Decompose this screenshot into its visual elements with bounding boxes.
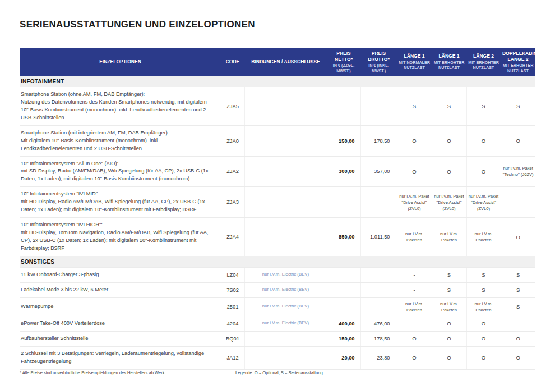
availability-cell: O bbox=[501, 125, 535, 156]
col-label: LÄNGE 1 bbox=[399, 53, 430, 59]
price-brutto-cell: 1.011,50 bbox=[360, 218, 397, 256]
table-row: 10" Infotainmentsystem "All In One" (AIO… bbox=[20, 156, 535, 187]
availability-cell: nur i.V.m. Paket "Drive Assist" (ZVL0) bbox=[432, 187, 466, 218]
availability-cell: O bbox=[397, 156, 432, 187]
col-label: BINDUNGEN / AUSSCHLÜSSE bbox=[246, 59, 325, 65]
availability-cell: nur i.V.m. Paketen bbox=[432, 218, 466, 256]
table-row: 10" Infotainmentsystem "IVI MID": mit HD… bbox=[20, 187, 535, 218]
availability-cell: O bbox=[466, 346, 501, 369]
col-sublabel: MIT NORMALER NUTZLAST bbox=[399, 60, 430, 71]
option-description: Wärmepumpe bbox=[20, 297, 221, 316]
section-header: SONSTIGES bbox=[20, 256, 535, 267]
col-header-code: CODE bbox=[221, 48, 244, 76]
table-row: 2 Schlüssel mit 3 Betätigungen: Verriege… bbox=[20, 346, 535, 369]
option-code: 7S02 bbox=[221, 282, 244, 297]
option-code: LZ04 bbox=[221, 267, 244, 282]
option-description: 2 Schlüssel mit 3 Betätigungen: Verriege… bbox=[20, 346, 221, 369]
option-description: 10" Infotainmentsystem "IVI MID": mit HD… bbox=[20, 187, 221, 218]
price-netto-cell: 300,00 bbox=[327, 156, 360, 187]
availability-cell: S bbox=[466, 267, 501, 282]
bindings-cell: nur i.V.m. Electric (BEV) bbox=[244, 267, 327, 282]
col-header-laenge1-normal: LÄNGE 1 MIT NORMALER NUTZLAST bbox=[397, 48, 432, 76]
col-label: EINZELOPTIONEN bbox=[21, 59, 219, 65]
table-row: Aufbauhersteller SchnittstelleBQ01150,00… bbox=[20, 331, 535, 346]
col-label: PREIS netto* bbox=[329, 50, 359, 62]
option-code: ZJA2 bbox=[221, 156, 244, 187]
availability-cell: S bbox=[466, 282, 501, 297]
availability-cell: S bbox=[432, 267, 466, 282]
price-brutto-cell bbox=[360, 297, 397, 316]
price-footnote: * Alle Preise sind unverbindliche Preise… bbox=[20, 370, 166, 375]
bindings-cell bbox=[244, 346, 327, 369]
option-description: 11 kW Onboard-Charger 3-phasig bbox=[20, 267, 221, 282]
availability-cell: nur i.V.m. Paketen bbox=[466, 297, 501, 316]
table-row: 10" Infotainmentsystem "IVI HIGH": mit H… bbox=[20, 218, 535, 256]
option-description: Aufbauhersteller Schnittstelle bbox=[20, 331, 221, 346]
bindings-cell bbox=[244, 218, 327, 256]
price-brutto-cell bbox=[360, 267, 397, 282]
option-description: 10" Infotainmentsystem "All In One" (AIO… bbox=[20, 156, 221, 187]
option-description: Smartphone Station (ohne AM, FM, DAB Emp… bbox=[20, 87, 221, 125]
availability-cell: S bbox=[501, 297, 535, 316]
table-row: Smartphone Station (mit integriertem AM,… bbox=[20, 125, 535, 156]
availability-cell: O bbox=[501, 218, 535, 256]
price-brutto-cell bbox=[360, 187, 397, 218]
option-code: BQ01 bbox=[221, 331, 244, 346]
section-header: INFOTAINMENT bbox=[20, 76, 535, 87]
col-sublabel: in € (inkl. MwSt.) bbox=[362, 63, 395, 73]
price-netto-cell: 20,00 bbox=[327, 346, 360, 369]
price-brutto-cell: 23,80 bbox=[360, 346, 397, 369]
price-netto-cell bbox=[327, 297, 360, 316]
price-brutto-cell: 178,50 bbox=[360, 331, 397, 346]
availability-cell: O bbox=[466, 316, 501, 331]
availability-cell: O bbox=[397, 125, 432, 156]
col-label: PREIS brutto* bbox=[362, 50, 395, 62]
legend: Legende: O = Optional; S = Serienausstat… bbox=[235, 370, 323, 375]
availability-cell: - bbox=[397, 267, 432, 282]
col-sublabel: in € (zzgl. MwSt.) bbox=[329, 63, 359, 73]
option-description: 10" Infotainmentsystem "IVI HIGH": mit H… bbox=[20, 218, 221, 256]
availability-cell: O bbox=[397, 346, 432, 369]
col-sublabel: MIT ERHÖHTER NUTZLAST bbox=[433, 60, 465, 71]
col-label: DOPPELKABINE LÄNGE 2 bbox=[502, 50, 534, 62]
option-code: 4204 bbox=[221, 316, 244, 331]
section-row: SONSTIGES bbox=[20, 256, 535, 267]
price-brutto-cell: 178,50 bbox=[360, 125, 397, 156]
price-netto-cell: 400,00 bbox=[327, 316, 360, 331]
availability-cell: O bbox=[432, 331, 466, 346]
price-netto-cell bbox=[327, 187, 360, 218]
availability-cell: - bbox=[501, 316, 535, 331]
bindings-cell bbox=[244, 156, 327, 187]
option-code: JA12 bbox=[221, 346, 244, 369]
availability-cell: O bbox=[432, 346, 466, 369]
col-header-doppelkabine: DOPPELKABINE LÄNGE 2 MIT ERHÖHTER NUTZLA… bbox=[501, 48, 535, 76]
price-netto-cell bbox=[327, 267, 360, 282]
col-sublabel: MIT ERHÖHTER NUTZLAST bbox=[502, 63, 534, 73]
availability-cell: nur i.V.m. Paketen bbox=[432, 297, 466, 316]
col-header-preis-netto: PREIS netto* in € (zzgl. MwSt.) bbox=[327, 48, 360, 76]
page-title: SERIENAUSSTATTUNGEN UND EINZELOPTIONEN bbox=[20, 19, 255, 30]
col-header-einzeloptionen: EINZELOPTIONEN bbox=[20, 48, 221, 76]
bindings-cell: nur i.V.m. Electric (BEV) bbox=[244, 316, 327, 331]
option-code: ZJA4 bbox=[221, 218, 244, 256]
option-code: ZJA0 bbox=[221, 125, 244, 156]
bindings-cell bbox=[244, 125, 327, 156]
col-sublabel: MIT ERHÖHTER NUTZLAST bbox=[468, 60, 499, 71]
availability-cell: O bbox=[466, 156, 501, 187]
availability-cell: S bbox=[432, 87, 466, 125]
availability-cell: nur i.V.m. Paketen bbox=[397, 297, 432, 316]
price-brutto-cell: 357,00 bbox=[360, 156, 397, 187]
availability-cell: O bbox=[501, 346, 535, 369]
availability-cell: S bbox=[501, 267, 535, 282]
availability-cell: nur i.V.m. Paket "Techno" (J6ZV) bbox=[501, 156, 535, 187]
availability-cell: nur i.V.m. Paketen bbox=[397, 218, 432, 256]
table-body: INFOTAINMENTSmartphone Station (ohne AM,… bbox=[20, 76, 535, 369]
table-header: EINZELOPTIONEN CODE BINDUNGEN / AUSSCHLÜ… bbox=[20, 48, 535, 76]
availability-cell: S bbox=[466, 87, 501, 125]
col-label: CODE bbox=[223, 59, 243, 65]
price-netto-cell: 850,00 bbox=[327, 218, 360, 256]
price-brutto-cell bbox=[360, 282, 397, 297]
options-table: EINZELOPTIONEN CODE BINDUNGEN / AUSSCHLÜ… bbox=[20, 48, 535, 370]
col-label: LÄNGE 2 bbox=[468, 53, 499, 59]
availability-cell: O bbox=[466, 331, 501, 346]
